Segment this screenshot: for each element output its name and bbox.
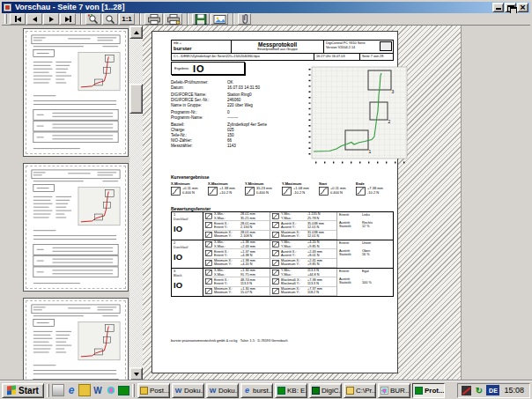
close-button[interactable] [517,3,528,12]
measure-group: Maximum X.:31.038 mm Maximum Y.:12.01 N [270,231,337,240]
save-button[interactable] [192,13,210,25]
attach-button[interactable] [238,13,251,25]
curve-window-icon [205,270,212,276]
quick-launch-icon[interactable] [52,384,64,396]
side-info-line: Eintritt:Unten [339,241,391,246]
measure-group: Blockmaß X.:+7.38 mm Blockmaß Y.:113.3 N [270,277,337,286]
curve-window-icon [205,260,212,266]
print-button[interactable] [144,13,163,25]
toolbar-separator [233,13,234,25]
minimize-button[interactable] [492,3,504,12]
quick-launch-bar [52,384,129,396]
measure-group: Eintritt X.:48.74 mm Eintritt Y.:113.3 N [203,277,270,286]
start-button[interactable]: Start [2,383,44,398]
task-button[interactable]: BUR... [378,383,410,398]
measure-value: 35.21 mm [240,217,255,220]
task-button-label: KB: E... [287,387,307,395]
measure-group: X-Min.:28.01 mm X-Max.:35.21 mm [203,212,270,221]
task-button[interactable]: Doku... [206,383,239,398]
task-button-icon [381,387,388,395]
first-page-button[interactable] [10,13,26,25]
measure-label: Eintritt Y.: [214,225,240,229]
task-button[interactable]: Prot... [412,383,445,398]
field-row: Programm-Name: -------- [171,115,287,121]
curve-result-item: Y-Minimum 35.23 mm 0.400 N [245,181,282,196]
measure-value: 25.78 N [307,217,319,220]
evaluation-window-table: 1 Durchlauf IO [171,212,394,297]
taskbar-grip[interactable] [132,384,135,397]
task-button[interactable]: Post... [137,383,170,398]
print-setup-button[interactable] [164,13,182,25]
print-icon [147,14,161,25]
measure-group: Minimum X.:+1.30 mm Minimum Y.:15.07 N [203,287,270,296]
quick-launch-icon[interactable] [105,384,117,396]
measure-label: Eintritt Y.: [214,254,240,257]
start-label: Start [18,386,39,395]
save-icon [195,14,207,25]
task-button-icon [415,387,423,395]
measure-label: Minimum Y.: [214,262,240,266]
quick-launch-icon[interactable] [118,386,129,395]
side-info-value: Links [362,213,370,218]
result-value: IO [193,63,205,74]
measure-value: 113.3 N [240,282,252,285]
task-button[interactable]: burst... [240,383,273,398]
toolbar-grip[interactable] [4,14,7,24]
print-setup-icon [166,14,181,25]
measure-value: 12.01 N [307,225,319,229]
page-thumbnail[interactable] [23,28,129,157]
side-info-label: Statistik: [339,281,362,285]
page-thumbnail[interactable] [23,163,129,292]
quick-launch-icon[interactable] [65,384,78,396]
measure-group: Eintritt X.:28.01 mm Eintritt Y.:2.134 N [203,221,270,230]
curve-results: X-Minimum +0.11 mm 0.400 N [171,181,394,196]
quick-launch-icon[interactable] [78,384,91,396]
task-button-label: burst... [253,387,273,395]
task-button-label: Doku... [184,387,204,395]
zoom-out-button[interactable] [102,13,118,25]
measure-group: X-Min.:+1.30 mm X-Max.:91.75 mm [203,269,270,277]
quick-launch-icon[interactable] [92,384,104,396]
field-value: 1143 [227,144,287,149]
curve-icon [171,187,181,196]
measure-label: Y-Max.: [281,217,307,220]
measure-group: Maximum X.:+7.37 mm Maximum Y.:118.2 N [270,287,337,296]
next-page-button[interactable] [43,13,59,25]
zoom-100-button[interactable]: 1:1 [119,13,135,25]
measure-group: Minimum X.:+1.38 mm Minimum Y.:+4.20 N [203,259,270,268]
task-button[interactable]: KB: E... [275,383,307,398]
field-value: 220 über Weg [227,103,287,108]
taskbar-grip[interactable] [47,384,49,397]
field-label: Name in Gruppe: [171,103,227,108]
last-page-button[interactable] [60,13,76,25]
curve-result-y: +10.2 N [219,191,235,196]
task-button[interactable]: C:\Pr... [344,383,376,398]
document-page: mb + burster Messprotokoll Einzelprotoko… [151,31,398,373]
restore-button[interactable] [505,3,516,12]
measure-label: Blockmaß Y.: [281,282,307,285]
curve-icon [208,187,218,196]
thumbnail-scrollbar[interactable] [129,26,143,381]
first-page-icon [17,17,21,22]
task-button-label: BUR... [390,387,410,395]
task-button[interactable]: DigiC... [309,383,342,398]
scroll-up-button[interactable] [129,26,143,39]
export-image-button[interactable] [211,13,228,25]
scrollbar-thumb[interactable] [129,84,143,114]
sync-icon[interactable]: ↻ [474,386,484,395]
scroll-down-button[interactable] [129,367,143,381]
attach-icon [240,13,249,25]
window-type: Block [174,274,201,277]
curve-result-y: -10.2 N [367,191,383,196]
curve-window-icon [205,278,212,284]
language-indicator[interactable]: DE [486,385,499,395]
task-button[interactable]: Doku... [172,383,204,398]
window-type: Durchlauf [174,246,201,249]
volume-mute-icon[interactable] [462,386,471,395]
previous-page-button[interactable] [26,13,42,25]
zoom-in-button[interactable] [85,13,101,25]
measure-value: +9.85 N [307,245,319,248]
field-label: Programm-Name: [171,115,227,121]
side-info-label: Statistik: [339,225,362,229]
page-thumbnail[interactable] [23,298,129,381]
